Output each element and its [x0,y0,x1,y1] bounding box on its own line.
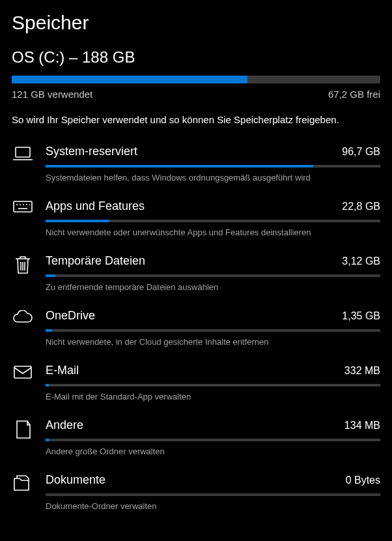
category-email[interactable]: E-Mail 332 MB E-Mail mit der Standard-Ap… [12,364,380,402]
category-size: 134 MB [344,420,380,431]
category-bar [46,165,380,168]
folder-icon [12,418,34,456]
category-name: Dokumente [46,473,105,487]
category-onedrive[interactable]: OneDrive 1,35 GB Nicht verwendete, in de… [12,309,380,347]
category-size: 332 MB [344,365,380,377]
laptop-icon [12,145,34,183]
category-other[interactable]: Andere 134 MB Andere große Ordner verwal… [12,418,380,456]
mail-icon [12,364,34,402]
used-label: 121 GB verwendet [12,89,92,100]
free-label: 67,2 GB frei [328,89,380,100]
category-bar [46,329,380,332]
cloud-icon [12,309,34,347]
documents-icon [12,473,34,511]
category-bar [46,493,380,496]
svg-rect-2 [14,201,32,212]
category-temp-files[interactable]: Temporäre Dateien 3,12 GB Zu entfernende… [12,254,380,292]
category-desc: Andere große Ordner verwalten [46,446,380,456]
category-documents[interactable]: Dokumente 0 Bytes Dokumente-Ordner verwa… [12,473,380,511]
drive-title: OS (C:) – 188 GB [12,48,380,66]
category-name: OneDrive [46,309,95,323]
category-desc: Nicht verwendete, in der Cloud gesichert… [46,337,380,347]
category-desc: Dokumente-Ordner verwalten [46,501,380,511]
category-name: Temporäre Dateien [46,254,145,268]
category-size: 1,35 GB [342,310,380,322]
category-desc: Systemdateien helfen, dass Windows ordnu… [46,173,380,183]
category-apps-features[interactable]: Apps und Features 22,8 GB Nicht verwende… [12,199,380,237]
page-title: Speicher [12,12,380,34]
category-name: Andere [46,418,83,432]
keyboard-icon [12,199,34,237]
category-bar [46,274,380,277]
trash-icon [12,254,34,292]
category-bar [46,384,380,387]
category-size: 3,12 GB [342,256,380,267]
category-system-reserved[interactable]: System-reserviert 96,7 GB Systemdateien … [12,145,380,183]
category-size: 96,7 GB [342,146,380,158]
svg-rect-13 [14,366,31,378]
category-size: 0 Bytes [346,475,380,486]
category-bar [46,220,380,222]
intro-text: So wird Ihr Speicher verwendet und so kö… [12,113,380,128]
svg-rect-0 [16,147,30,157]
storage-bar-fill [12,76,247,83]
storage-bar [12,76,380,83]
category-desc: Zu entfernende temporäre Dateien auswähl… [46,282,380,292]
category-name: E-Mail [46,364,79,377]
category-name: System-reserviert [46,145,137,158]
category-bar [46,439,380,441]
category-desc: Nicht verwendete oder unerwünschte Apps … [46,227,380,237]
category-desc: E-Mail mit der Standard-App verwalten [46,392,380,402]
category-size: 22,8 GB [342,201,380,212]
category-name: Apps und Features [46,199,145,213]
